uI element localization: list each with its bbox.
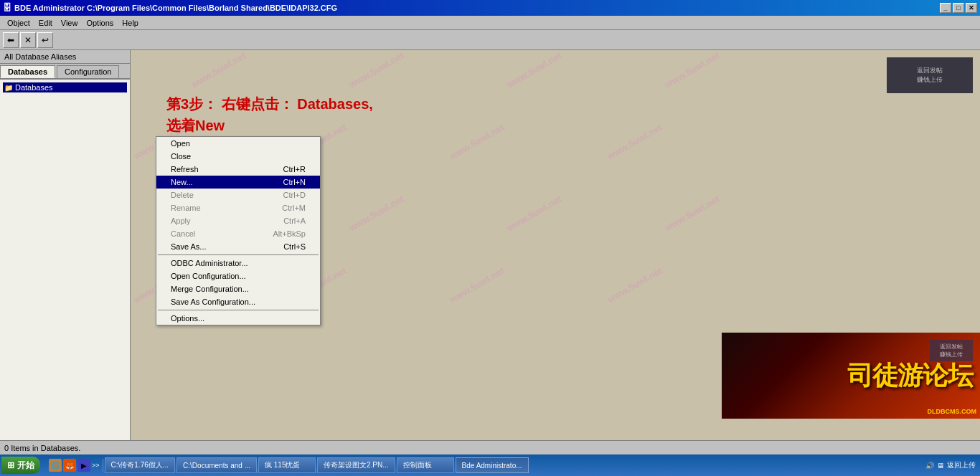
- left-panel: All Database Aliases Databases Configura…: [0, 50, 131, 440]
- back-button[interactable]: ⬅: [3, 32, 19, 48]
- ctx-rename: Rename Ctrl+M: [156, 201, 320, 214]
- taskbar-btn-4-label: 控制面板: [403, 460, 432, 470]
- watermark-8: www.5uwl.net: [606, 122, 664, 162]
- maximize-button[interactable]: □: [953, 3, 964, 13]
- ctx-open-config[interactable]: Open Configuration...: [156, 270, 320, 282]
- status-bar: 0 Items in Databases.: [0, 440, 980, 454]
- ie-icon[interactable]: 🌐: [49, 459, 62, 472]
- watermark-10: www.5uwl.net: [347, 194, 406, 234]
- taskbar-btn-1-label: C:\Documents and ...: [183, 462, 250, 470]
- watermark-3: www.5uwl.net: [505, 50, 564, 90]
- network-icon: 🖥: [937, 462, 944, 470]
- right-panel: www.5uwl.net www.5uwl.net www.5uwl.net w…: [131, 50, 980, 440]
- banner-text: 返回发帖 赚钱上传: [917, 66, 943, 85]
- app-icon: 🗄: [3, 3, 11, 13]
- menu-view[interactable]: View: [57, 17, 83, 29]
- title-buttons: _ □ ✕: [940, 3, 977, 13]
- watermark-1: www.5uwl.net: [189, 50, 248, 90]
- taskbar-btn-1[interactable]: C:\Documents and ...: [176, 457, 257, 473]
- menu-help[interactable]: Help: [118, 17, 143, 29]
- instruction-line1: 第3步： 右键点击： Databases,: [166, 93, 373, 115]
- menu-edit[interactable]: Edit: [34, 17, 57, 29]
- promo-area: DLDBCMS.COM 司徒游论坛 返回发帖赚钱上传: [722, 333, 980, 419]
- minimize-button[interactable]: _: [940, 3, 951, 13]
- taskbar-btn-5-label: Bde Administrato...: [462, 462, 522, 470]
- ctx-save-as[interactable]: Save As... Ctrl+S: [156, 240, 320, 253]
- media-icon[interactable]: ▶: [77, 459, 90, 472]
- ctx-refresh[interactable]: Refresh Ctrl+R: [156, 163, 320, 176]
- tab-configuration[interactable]: Configuration: [57, 65, 119, 78]
- menu-options[interactable]: Options: [82, 17, 118, 29]
- ctx-apply: Apply Ctrl+A: [156, 214, 320, 227]
- menu-bar: Object Edit View Options Help: [0, 16, 980, 30]
- watermark-15: www.5uwl.net: [448, 265, 507, 305]
- system-tray: 🔊 🖥 返回上传: [925, 460, 979, 470]
- ctx-odbc-admin[interactable]: ODBC Administrator...: [156, 257, 320, 270]
- ctx-options[interactable]: Options...: [156, 312, 320, 325]
- quick-launch: 🌐 🦊 ▶ >>: [46, 459, 103, 472]
- taskbar-btn-0[interactable]: C:\传奇1.76假人...: [105, 457, 176, 473]
- window-title: BDE Administrator C:\Program Files\Commo…: [14, 4, 940, 12]
- tree-area: 📁 Databases: [0, 80, 130, 440]
- promo-corner-text: 返回发帖赚钱上传: [940, 343, 963, 358]
- ctx-sep-1: [158, 254, 319, 255]
- clock-icon: 🔊: [925, 462, 934, 470]
- watermark-7: www.5uwl.net: [448, 122, 507, 162]
- databases-expand-icon: 📁: [4, 84, 13, 92]
- close-button[interactable]: ✕: [966, 3, 977, 13]
- ctx-save-as-config[interactable]: Save As Configuration...: [156, 295, 320, 308]
- promo-corner-box: 返回发帖赚钱上传: [930, 340, 973, 361]
- left-panel-header: All Database Aliases: [0, 50, 130, 64]
- ctx-merge-config[interactable]: Merge Configuration...: [156, 282, 320, 295]
- taskbar-btn-5[interactable]: Bde Administrato...: [456, 457, 529, 473]
- watermark-12: www.5uwl.net: [663, 194, 722, 234]
- ctx-sep-2: [158, 310, 319, 310]
- ctx-cancel: Cancel Alt+BkSp: [156, 227, 320, 240]
- title-bar: 🗄 BDE Administrator C:\Program Files\Com…: [0, 0, 980, 16]
- top-right-banner: 返回发帖 赚钱上传: [887, 57, 973, 93]
- taskbar-btn-2-label: 疯 115忧蛋: [265, 460, 300, 470]
- watermark-2: www.5uwl.net: [347, 50, 406, 90]
- toolbar: ⬅ ✕ ↩: [0, 30, 980, 50]
- taskbar: ⊞ 开始 🌐 🦊 ▶ >> C:\传奇1.76假人... C:\Document…: [0, 454, 980, 476]
- windows-icon: ⊞: [7, 460, 14, 470]
- delete-button[interactable]: ✕: [20, 32, 36, 48]
- ctx-open[interactable]: Open: [156, 137, 320, 150]
- ctx-close[interactable]: Close: [156, 150, 320, 163]
- ctx-new[interactable]: New... Ctrl+N: [156, 176, 320, 189]
- watermark-4: www.5uwl.net: [663, 50, 722, 90]
- instruction-text: 第3步： 右键点击： Databases, 选着New: [166, 93, 373, 136]
- main-area: All Database Aliases Databases Configura…: [0, 50, 980, 440]
- start-label: 开始: [17, 460, 34, 472]
- firefox-icon[interactable]: 🦊: [63, 459, 76, 472]
- tab-databases[interactable]: Databases: [0, 65, 55, 78]
- taskbar-btn-3[interactable]: 传奇架设图文2.PN...: [317, 457, 395, 473]
- ctx-delete: Delete Ctrl+D: [156, 189, 320, 201]
- watermark-16: www.5uwl.net: [606, 265, 664, 305]
- more-icon[interactable]: >>: [92, 462, 100, 469]
- time-display: 返回上传: [947, 460, 976, 470]
- watermark-11: www.5uwl.net: [505, 194, 564, 234]
- taskbar-btn-2[interactable]: 疯 115忧蛋: [258, 457, 316, 473]
- menu-object[interactable]: Object: [3, 17, 34, 29]
- status-text: 0 Items in Databases.: [4, 444, 80, 452]
- context-menu: Open Close Refresh Ctrl+R New... Ctrl+N …: [156, 136, 321, 325]
- taskbar-btn-3-label: 传奇架设图文2.PN...: [324, 460, 389, 470]
- undo-button[interactable]: ↩: [37, 32, 53, 48]
- instruction-line2: 选着New: [166, 115, 373, 136]
- start-button[interactable]: ⊞ 开始: [1, 457, 40, 474]
- promo-chinese-text: 司徒游论坛: [847, 358, 973, 394]
- taskbar-btn-0-label: C:\传奇1.76假人...: [111, 460, 169, 470]
- tab-bar: Databases Configuration: [0, 64, 130, 80]
- taskbar-btn-4[interactable]: 控制面板: [397, 457, 454, 473]
- tree-databases-item[interactable]: 📁 Databases: [3, 82, 127, 92]
- databases-label: Databases: [15, 83, 53, 92]
